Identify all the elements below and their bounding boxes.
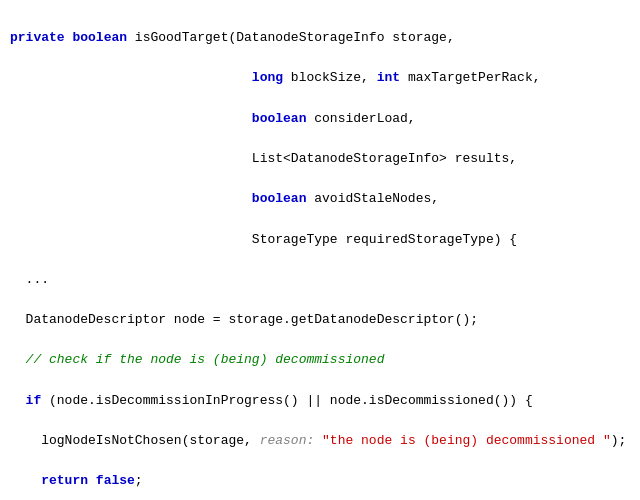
line-2: long blockSize, int maxTargetPerRack, (10, 68, 640, 88)
line-4: List<DatanodeStorageInfo> results, (10, 149, 640, 169)
line-6: StorageType requiredStorageType) { (10, 230, 640, 250)
line-9: // check if the node is (being) decommis… (10, 350, 640, 370)
line-10: if (node.isDecommissionInProgress() || n… (10, 391, 640, 411)
line-7: ... (10, 270, 640, 290)
line-5: boolean avoidStaleNodes, (10, 189, 640, 209)
code-viewer: private boolean isGoodTarget(DatanodeSto… (0, 0, 640, 500)
line-3: boolean considerLoad, (10, 109, 640, 129)
line-12: return false; (10, 471, 640, 491)
line-8: DatanodeDescriptor node = storage.getDat… (10, 310, 640, 330)
line-11: logNodeIsNotChosen(storage, reason: "the… (10, 431, 640, 451)
line-1: private boolean isGoodTarget(DatanodeSto… (10, 28, 640, 48)
